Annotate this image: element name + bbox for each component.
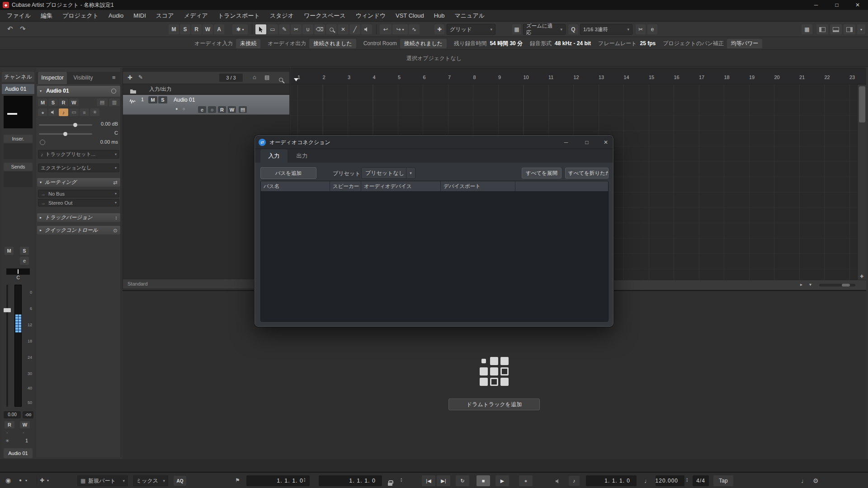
info-value[interactable]: 接続されました (309, 39, 356, 48)
nudge-down-icon[interactable]: ▾ (401, 480, 402, 483)
line-tool[interactable]: ╱ (349, 24, 360, 34)
cycle-button[interactable]: ↻ (456, 475, 469, 486)
musical-timebase-button[interactable]: ♪ (59, 108, 68, 116)
routing-section-header[interactable]: ▾ ルーティング ⇄ (37, 178, 120, 187)
edit-channel-button[interactable]: e (198, 106, 206, 113)
automation-button-A[interactable]: A (214, 24, 224, 34)
show-lanes-icon[interactable]: ▤ (97, 99, 108, 106)
glue-tool[interactable]: ∪ (302, 24, 313, 34)
info-value[interactable]: 25 fps (640, 40, 656, 47)
automation-icon[interactable]: ▥ (109, 99, 120, 106)
chevron-down-icon[interactable]: ▾ (25, 479, 27, 483)
pan-slider-handle[interactable] (63, 132, 67, 136)
track-read-button[interactable]: R (218, 106, 226, 113)
record-enable-icon[interactable]: ● (175, 107, 178, 111)
menu-item[interactable]: ファイル (2, 10, 36, 22)
menu-item[interactable]: プロジェクト (57, 10, 104, 22)
add-bus-button[interactable]: バスを追加 (260, 167, 316, 179)
automation-button-S[interactable]: S (180, 24, 190, 34)
extension-dropdown[interactable]: エクステンションなし ▾ (38, 164, 119, 172)
record-mode-icon[interactable]: ● (19, 478, 22, 483)
menu-item[interactable]: マニュアル (450, 10, 490, 22)
apply-quantize-button[interactable]: ✂ (636, 24, 646, 34)
record-enable-icon[interactable]: ◦ (6, 430, 8, 435)
monitor-speaker-icon[interactable] (555, 478, 561, 485)
lock-icon[interactable] (388, 479, 392, 488)
column-header-デバイスポート[interactable]: デバイスポート (441, 181, 515, 191)
automation-button-W[interactable]: W (203, 24, 213, 34)
vertical-scrollbar[interactable]: ✚ (857, 84, 866, 280)
scroll-right-icon[interactable]: ▸ (800, 282, 802, 287)
quantize-icon[interactable]: Q (568, 24, 578, 34)
track-solo-button[interactable]: S (158, 96, 167, 103)
marker-flag-icon[interactable]: ⚑ (235, 477, 240, 483)
chevron-down-icon[interactable]: ▾ (47, 479, 49, 483)
setup-toolbar-button[interactable]: ▦ (802, 24, 812, 34)
inspector-mute-button[interactable]: M (38, 99, 47, 106)
search-tracks-button[interactable] (279, 75, 283, 84)
menu-item[interactable]: スタジオ (265, 10, 299, 22)
channel-solo-button[interactable]: S (20, 247, 29, 255)
volume-fader-track[interactable] (6, 285, 8, 407)
inserts-slot[interactable] (4, 144, 33, 159)
track-mute-button[interactable]: M (148, 96, 157, 103)
dialog-maximize-button[interactable]: □ (581, 136, 592, 149)
column-header-バス名[interactable]: バス名 (261, 181, 330, 191)
home-view-button[interactable]: ⌂ (253, 74, 256, 80)
automation-button-M[interactable]: M (169, 24, 179, 34)
time-down-icon[interactable]: ▾ (304, 480, 306, 483)
record-enable-button[interactable]: ● (38, 108, 47, 116)
inspector-track-header[interactable]: ▾ Audio 01 (37, 86, 120, 97)
erase-tool[interactable]: ⌫ (314, 24, 325, 34)
menu-item[interactable]: ワークスペース (299, 10, 351, 22)
draw-tool[interactable]: ✎ (279, 24, 290, 34)
menu-item[interactable]: Hub (429, 10, 450, 22)
toggle-left-zone-button[interactable] (816, 24, 828, 34)
column-header-スピーカー[interactable]: スピーカー (330, 181, 361, 191)
inserts-header[interactable]: Inser. (4, 135, 33, 143)
menu-item[interactable]: 編集 (36, 10, 57, 22)
add-track-button[interactable]: ✚ (127, 74, 132, 81)
menu-item[interactable]: VST Cloud (391, 10, 429, 22)
inspector-read-button[interactable]: R (59, 99, 68, 106)
play-tool[interactable] (361, 24, 372, 34)
track-write-button[interactable]: W (228, 106, 236, 113)
toolbox-button[interactable]: ✱▾ (232, 24, 248, 34)
range-selection-tool[interactable]: ▭ (267, 24, 278, 34)
mute-tool[interactable]: ✕ (338, 24, 349, 34)
punch-icon[interactable]: ✚ (40, 477, 44, 483)
expand-all-button[interactable]: すべてを展開 (522, 168, 561, 178)
insert-bypass-button[interactable]: ○ (208, 106, 216, 113)
channel-read-button[interactable]: R (5, 421, 14, 428)
monitor-button[interactable] (48, 108, 58, 116)
tempo-display[interactable]: 120.000 (656, 475, 684, 486)
object-selection-tool[interactable] (255, 24, 266, 34)
menu-item[interactable]: メディア (179, 10, 213, 22)
peak-value[interactable]: -oo (23, 411, 33, 418)
monitor-icon[interactable]: ◦ (23, 430, 24, 435)
output-routing-dropdown[interactable]: → Stereo Out ▾ (38, 199, 119, 206)
inspector-write-button[interactable]: W (69, 99, 79, 106)
inspector-solo-button[interactable]: S (48, 99, 58, 106)
menu-item[interactable]: スコア (151, 10, 179, 22)
lane-display-button[interactable]: ≡ (80, 108, 89, 116)
tab-inspector[interactable]: Inspector (38, 72, 67, 84)
gain-value[interactable]: 0.00 (4, 411, 21, 418)
gear-icon[interactable]: ⚙ (813, 477, 819, 484)
zoom-slider-thumb[interactable] (842, 284, 850, 286)
track-filter-button[interactable]: ✎ (138, 74, 143, 80)
autoscroll-options-button[interactable]: ↪▾ (392, 24, 408, 34)
snap-zero-crossing-button[interactable]: ∿ (409, 24, 420, 34)
record-button[interactable]: ● (519, 475, 533, 486)
snap-type-dropdown[interactable]: グリッド▾ (447, 24, 495, 35)
star-icon[interactable]: ✳ (5, 438, 9, 443)
timeline-ruler[interactable]: 1234567891011121314151617181920212223 (290, 72, 866, 84)
tab-visibility[interactable]: Visibility (69, 72, 98, 84)
channel-tab[interactable]: チャンネル (2, 72, 34, 82)
sends-header[interactable]: Sends (4, 163, 33, 171)
position-display[interactable]: 1. 1. 1. 0 (586, 475, 637, 486)
info-value[interactable]: 未接続 (236, 39, 260, 48)
tempo-track-button[interactable]: ♪ (569, 476, 580, 486)
play-button[interactable]: ▶ (495, 475, 509, 486)
track-versions-section-header[interactable]: ▸ トラックバージョン ↕ (37, 213, 120, 222)
